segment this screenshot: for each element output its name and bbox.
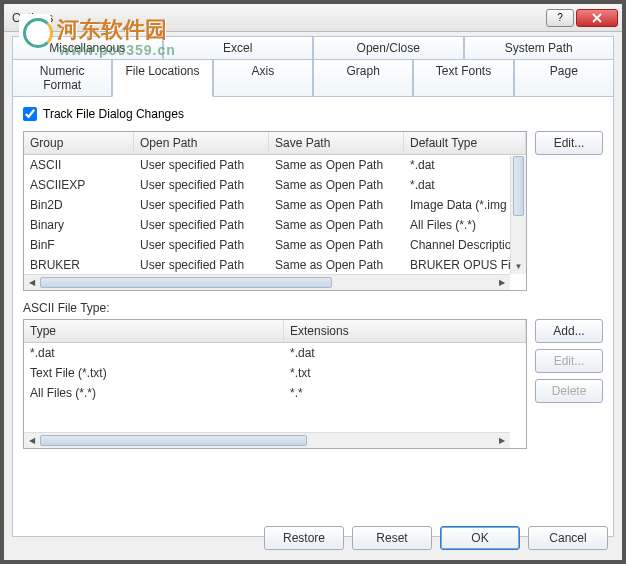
table-row[interactable]: ASCIIUser specified PathSame as Open Pat… xyxy=(24,155,526,175)
cell: BinF xyxy=(24,236,134,254)
cell: All Files (*.*) xyxy=(404,216,526,234)
cell: *.dat xyxy=(284,344,526,362)
scroll-left-icon[interactable]: ◀ xyxy=(24,275,40,290)
table-row[interactable]: All Files (*.*)*.* xyxy=(24,383,526,403)
scroll-thumb[interactable] xyxy=(513,156,524,216)
ok-button[interactable]: OK xyxy=(440,526,520,550)
cell: *.dat xyxy=(404,156,526,174)
cell: Text File (*.txt) xyxy=(24,364,284,382)
cell: Binary xyxy=(24,216,134,234)
table-row[interactable]: BRUKERUser specified PathSame as Open Pa… xyxy=(24,255,526,275)
tab-page[interactable]: Page xyxy=(514,60,614,97)
tab-excel[interactable]: Excel xyxy=(163,36,314,60)
edit-filetype-button[interactable]: Edit... xyxy=(535,349,603,373)
track-dialog-checkbox[interactable] xyxy=(23,107,37,121)
tab-miscellaneous[interactable]: Miscellaneous xyxy=(12,36,163,60)
column-header[interactable]: Type xyxy=(24,320,284,342)
window-title: Options xyxy=(12,11,546,25)
column-header[interactable]: Default Type xyxy=(404,132,526,154)
tab-graph[interactable]: Graph xyxy=(313,60,413,97)
column-header[interactable]: Extensions xyxy=(284,320,526,342)
table-row[interactable]: Bin2DUser specified PathSame as Open Pat… xyxy=(24,195,526,215)
scroll-right-icon[interactable]: ▶ xyxy=(494,433,510,448)
table-row[interactable]: BinFUser specified PathSame as Open Path… xyxy=(24,235,526,255)
cell: User specified Path xyxy=(134,236,269,254)
cell: *.* xyxy=(284,384,526,402)
column-header[interactable]: Open Path xyxy=(134,132,269,154)
tab-textfonts[interactable]: Text Fonts xyxy=(413,60,513,97)
table-row[interactable]: BinaryUser specified PathSame as Open Pa… xyxy=(24,215,526,235)
cell: Channel Descriptio xyxy=(404,236,526,254)
cell: User specified Path xyxy=(134,216,269,234)
tab-axis[interactable]: Axis xyxy=(213,60,313,97)
cell: *.dat xyxy=(404,176,526,194)
filetypes-grid[interactable]: TypeExtensions *.dat*.datText File (*.tx… xyxy=(23,319,527,449)
hscroll-thumb-2[interactable] xyxy=(40,435,307,446)
table-row[interactable]: ASCIIEXPUser specified PathSame as Open … xyxy=(24,175,526,195)
track-dialog-label: Track File Dialog Changes xyxy=(43,107,184,121)
tab-systempath[interactable]: System Path xyxy=(464,36,615,60)
horizontal-scrollbar[interactable]: ◀ ▶ xyxy=(24,274,510,290)
vertical-scrollbar[interactable]: ▲ ▼ xyxy=(510,156,526,274)
cell: User specified Path xyxy=(134,176,269,194)
cell: Image Data (*.img xyxy=(404,196,526,214)
help-button[interactable] xyxy=(546,9,574,27)
close-button[interactable] xyxy=(576,9,618,27)
cell: BRUKER OPUS File xyxy=(404,256,526,274)
edit-group-button[interactable]: Edit... xyxy=(535,131,603,155)
cell: ASCIIEXP xyxy=(24,176,134,194)
cell: *.dat xyxy=(24,344,284,362)
column-header[interactable]: Group xyxy=(24,132,134,154)
cell: Same as Open Path xyxy=(269,156,404,174)
column-header[interactable]: Save Path xyxy=(269,132,404,154)
cell: ASCII xyxy=(24,156,134,174)
delete-filetype-button[interactable]: Delete xyxy=(535,379,603,403)
cell: Same as Open Path xyxy=(269,176,404,194)
titlebar: Options xyxy=(4,4,622,32)
restore-button[interactable]: Restore xyxy=(264,526,344,550)
cell: Same as Open Path xyxy=(269,256,404,274)
scroll-left-icon[interactable]: ◀ xyxy=(24,433,40,448)
cell: Bin2D xyxy=(24,196,134,214)
table-row[interactable]: *.dat*.dat xyxy=(24,343,526,363)
table-row[interactable]: Text File (*.txt)*.txt xyxy=(24,363,526,383)
tab-numericformat[interactable]: Numeric Format xyxy=(12,60,112,97)
scroll-right-icon[interactable]: ▶ xyxy=(494,275,510,290)
cell: All Files (*.*) xyxy=(24,384,284,402)
tab-filelocations[interactable]: File Locations xyxy=(112,60,212,97)
tab-openclose[interactable]: Open/Close xyxy=(313,36,464,60)
cell: Same as Open Path xyxy=(269,196,404,214)
reset-button[interactable]: Reset xyxy=(352,526,432,550)
scroll-down-icon[interactable]: ▼ xyxy=(511,258,526,274)
cell: Same as Open Path xyxy=(269,236,404,254)
add-filetype-button[interactable]: Add... xyxy=(535,319,603,343)
cancel-button[interactable]: Cancel xyxy=(528,526,608,550)
horizontal-scrollbar-2[interactable]: ◀ ▶ xyxy=(24,432,510,448)
cell: User specified Path xyxy=(134,196,269,214)
cell: BRUKER xyxy=(24,256,134,274)
filetype-section-label: ASCII File Type: xyxy=(23,301,603,315)
cell: User specified Path xyxy=(134,156,269,174)
cell: User specified Path xyxy=(134,256,269,274)
groups-grid[interactable]: GroupOpen PathSave PathDefault Type ASCI… xyxy=(23,131,527,291)
cell: Same as Open Path xyxy=(269,216,404,234)
cell: *.txt xyxy=(284,364,526,382)
hscroll-thumb[interactable] xyxy=(40,277,332,288)
